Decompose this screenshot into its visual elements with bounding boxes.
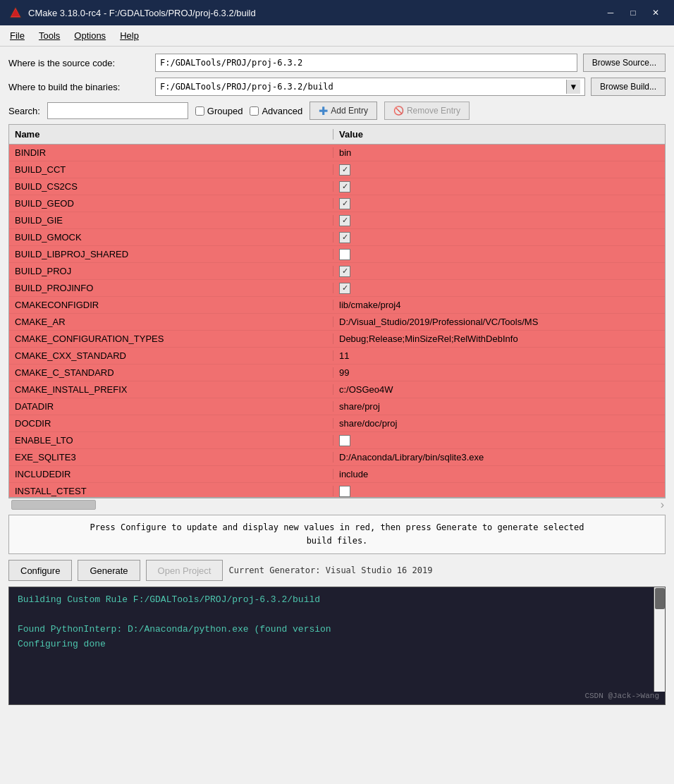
output-line: Building Custom Rule F:/GDALTools/PROJ/p… [18, 593, 656, 608]
checkbox-empty[interactable] [339, 435, 350, 446]
cell-value: 99 [333, 367, 665, 378]
advanced-checkbox-label[interactable]: Advanced [250, 106, 302, 116]
add-entry-label: Add Entry [331, 106, 368, 116]
cell-name: BUILD_GMOCK [9, 232, 333, 243]
cell-name: CMAKE_CONFIGURATION_TYPES [9, 333, 333, 344]
cell-name: BUILD_GIE [9, 215, 333, 226]
grouped-label: Grouped [207, 106, 243, 116]
cell-value: share/doc/proj [333, 418, 665, 429]
cell-name: BINDIR [9, 147, 333, 158]
checkbox-checked[interactable] [339, 198, 350, 209]
h-scroll-right-arrow[interactable]: › [661, 498, 664, 511]
source-row: Where is the source code: Browse Source.… [8, 54, 666, 72]
checkbox-checked[interactable] [339, 164, 350, 176]
status-message: Press Configure to update and display ne… [90, 522, 584, 546]
table-row[interactable]: BUILD_GMOCK [9, 229, 665, 246]
window-controls: ─ □ ✕ [601, 4, 666, 21]
cell-name: BUILD_PROJINFO [9, 283, 333, 293]
cell-name: INSTALL_CTEST [9, 486, 333, 496]
table-row[interactable]: INCLUDEDIRinclude [9, 466, 665, 483]
cell-name: CMAKE_INSTALL_PREFIX [9, 384, 333, 395]
checkbox-checked[interactable] [339, 181, 350, 192]
advanced-checkbox[interactable] [250, 106, 259, 116]
output-scrollbar[interactable] [654, 587, 665, 692]
remove-entry-button: 🚫 Remove Entry [384, 102, 470, 120]
remove-entry-icon: 🚫 [393, 106, 404, 116]
cell-name: CMAKECONFIGDIR [9, 300, 333, 310]
add-icon: ✚ [319, 104, 328, 118]
window-title: CMake 3.18.0-rc4 - F:/GDALTools/PROJ/pro… [28, 8, 601, 18]
checkbox-checked[interactable] [339, 232, 350, 243]
table-row[interactable]: BUILD_CS2CS [9, 178, 665, 195]
cell-value [333, 215, 665, 226]
table-row[interactable]: EXE_SQLITE3D:/Anaconda/Library/bin/sqlit… [9, 449, 665, 466]
table-row[interactable]: BUILD_PROJINFO [9, 280, 665, 297]
checkbox-checked[interactable] [339, 266, 350, 277]
cell-value [333, 249, 665, 260]
table-row[interactable]: BUILD_CCT [9, 161, 665, 178]
horizontal-scrollbar[interactable]: › [8, 498, 666, 510]
table-row[interactable]: DOCDIRshare/doc/proj [9, 415, 665, 432]
table-row[interactable]: BINDIRbin [9, 145, 665, 161]
table-row[interactable]: CMAKECONFIGDIRlib/cmake/proj4 [9, 297, 665, 314]
toolbar-row: Search: Grouped Advanced ✚ Add Entry 🚫 R… [8, 102, 666, 120]
checkbox-checked[interactable] [339, 283, 350, 294]
cell-name: CMAKE_AR [9, 317, 333, 327]
maximize-button[interactable]: □ [623, 4, 643, 21]
menu-help[interactable]: Help [113, 27, 146, 44]
app-icon [8, 6, 23, 20]
cell-value [333, 486, 665, 497]
table-row[interactable]: DATADIRshare/proj [9, 398, 665, 415]
build-path-dropdown-arrow[interactable]: ▼ [566, 80, 580, 94]
table-row[interactable]: INSTALL_CTEST [9, 483, 665, 497]
browse-source-button[interactable]: Browse Source... [583, 54, 666, 72]
grouped-checkbox-label[interactable]: Grouped [195, 106, 243, 116]
bottom-toolbar: Configure Generate Open Project Current … [8, 560, 666, 581]
configure-button[interactable]: Configure [8, 560, 72, 581]
h-scroll-thumb[interactable] [11, 500, 96, 510]
checkbox-partial[interactable] [339, 486, 350, 497]
output-line [18, 608, 656, 623]
output-line: Found PythonInterp: D:/Anaconda/python.e… [18, 623, 656, 637]
menu-file[interactable]: File [3, 27, 32, 44]
cell-value: D:/Visual_Studio/2019/Professional/VC/To… [333, 317, 665, 327]
table-row[interactable]: CMAKE_CONFIGURATION_TYPESDebug;Release;M… [9, 331, 665, 348]
table-row[interactable]: BUILD_LIBPROJ_SHARED [9, 246, 665, 263]
status-bar: Press Configure to update and display ne… [8, 515, 666, 554]
close-button[interactable]: ✕ [646, 4, 666, 21]
table-row[interactable]: CMAKE_INSTALL_PREFIXc:/OSGeo4W [9, 381, 665, 398]
output-scroll-thumb[interactable] [655, 588, 665, 609]
source-path-input[interactable] [155, 54, 577, 72]
build-path-combo[interactable]: F:/GDALTools/PROJ/proj-6.3.2/build ▼ [155, 78, 585, 96]
table-row[interactable]: BUILD_GEOD [9, 195, 665, 212]
cell-name: CMAKE_CXX_STANDARD [9, 350, 333, 361]
add-entry-button[interactable]: ✚ Add Entry [310, 102, 377, 120]
table-row[interactable]: BUILD_PROJ [9, 263, 665, 280]
minimize-button[interactable]: ─ [601, 4, 620, 21]
table-row[interactable]: CMAKE_CXX_STANDARD11 [9, 348, 665, 365]
cell-value: share/proj [333, 401, 665, 412]
generate-button[interactable]: Generate [78, 560, 140, 581]
cell-name: ENABLE_LTO [9, 435, 333, 446]
checkbox-empty[interactable] [339, 249, 350, 260]
table-row[interactable]: ENABLE_LTO [9, 432, 665, 449]
cell-value [333, 283, 665, 294]
build-path-text: F:/GDALTools/PROJ/proj-6.3.2/build [160, 82, 566, 92]
menubar: File Tools Options Help [0, 25, 674, 47]
output-line: Configuring done [18, 637, 656, 652]
browse-build-button[interactable]: Browse Build... [591, 78, 666, 96]
cell-name: BUILD_PROJ [9, 266, 333, 276]
cell-value: lib/cmake/proj4 [333, 300, 665, 310]
table-row[interactable]: CMAKE_ARD:/Visual_Studio/2019/Profession… [9, 314, 665, 331]
cell-value [333, 164, 665, 176]
menu-options[interactable]: Options [67, 27, 113, 44]
menu-tools[interactable]: Tools [32, 27, 67, 44]
cell-name: BUILD_LIBPROJ_SHARED [9, 249, 333, 259]
grouped-checkbox[interactable] [195, 106, 204, 116]
table-body[interactable]: BINDIRbinBUILD_CCTBUILD_CS2CSBUILD_GEODB… [9, 145, 665, 497]
search-input[interactable] [47, 102, 188, 119]
build-row: Where to build the binaries: F:/GDALTool… [8, 78, 666, 96]
table-row[interactable]: BUILD_GIE [9, 212, 665, 229]
table-row[interactable]: CMAKE_C_STANDARD99 [9, 365, 665, 381]
checkbox-checked[interactable] [339, 215, 350, 226]
